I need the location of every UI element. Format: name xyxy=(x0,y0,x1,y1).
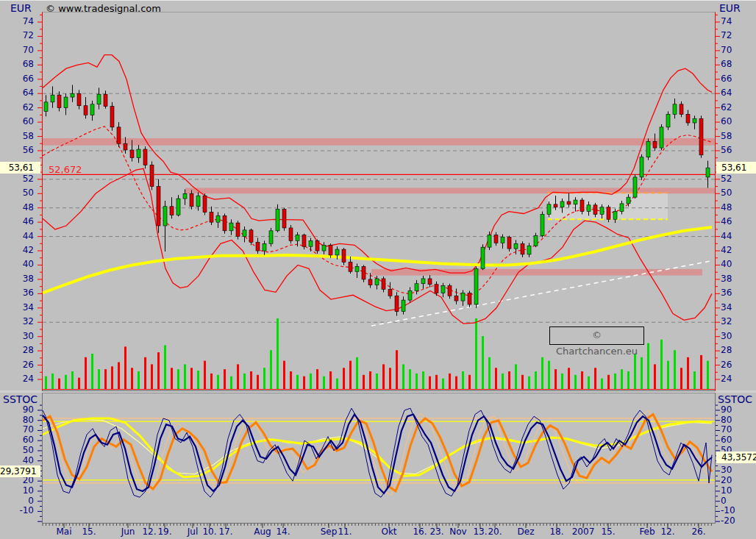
date-axis-label: Mai xyxy=(56,526,71,537)
price-axis-label: 68 xyxy=(721,59,732,69)
price-axis-title-left: EUR xyxy=(10,2,32,14)
sstoc-axis-label: 10 xyxy=(721,485,732,496)
price-axis-title-right: EUR xyxy=(719,2,741,14)
date-axis-label: 12. xyxy=(142,526,156,537)
price-axis-label: 36 xyxy=(0,288,34,298)
sstoc-axis-label: 90 xyxy=(0,404,34,415)
price-axis-label: 40 xyxy=(721,259,732,269)
price-axis-label: 34 xyxy=(721,302,732,313)
price-axis-label: 68 xyxy=(0,59,34,69)
price-axis-label: 60 xyxy=(0,116,34,126)
date-axis-label: Nov xyxy=(449,526,466,537)
date-axis-label: 14. xyxy=(276,526,290,537)
sstoc-axis-title-right: SSTOC xyxy=(718,393,752,405)
price-axis-label: 58 xyxy=(0,131,34,141)
price-axis-label: 30 xyxy=(0,331,34,341)
date-axis-label: Dez xyxy=(518,526,535,537)
price-axis-label: 52 xyxy=(721,174,732,184)
price-axis-label: 26 xyxy=(721,360,732,370)
price-axis-label: 36 xyxy=(721,288,732,298)
date-axis-label: Feb xyxy=(639,526,655,537)
sstoc-axis-label: 40 xyxy=(0,455,34,465)
price-axis-label: 62 xyxy=(721,102,732,113)
date-axis-label: Jul xyxy=(188,526,198,537)
price-axis-label: 48 xyxy=(0,202,34,213)
sstoc-value-label-right: 43,3572 xyxy=(716,451,756,463)
date-axis-label: 10. xyxy=(202,526,216,537)
price-axis-label: 40 xyxy=(0,259,34,269)
price-axis-label: 32 xyxy=(721,316,732,326)
date-axis-label: 23. xyxy=(429,526,443,537)
price-axis-label: 66 xyxy=(721,74,732,84)
price-axis-label: 56 xyxy=(721,145,732,155)
price-axis-label: 62 xyxy=(0,102,34,113)
price-axis-label: 64 xyxy=(0,88,34,98)
date-axis-label: 19. xyxy=(157,526,171,537)
sstoc-axis-label: 30 xyxy=(721,465,732,475)
price-axis-label: 58 xyxy=(721,131,732,141)
date-axis-label: 18. xyxy=(549,526,563,537)
price-axis-label: 42 xyxy=(721,245,732,255)
price-axis-label: 72 xyxy=(721,30,732,40)
date-axis-label: 2007 xyxy=(572,526,595,537)
date-axis-label: 17. xyxy=(218,526,232,537)
signal-price-label: 52,672 xyxy=(49,164,82,175)
price-axis-label: 38 xyxy=(0,274,34,284)
sstoc-axis-title-left: SSTOC xyxy=(3,393,38,405)
price-axis-label: 30 xyxy=(721,331,732,341)
sstoc-axis-label: 90 xyxy=(721,404,732,415)
price-axis-label: 46 xyxy=(721,216,732,226)
sstoc-axis-label: 0 xyxy=(0,496,34,506)
sstoc-axis-label: 80 xyxy=(721,415,732,425)
trading-chart-window: { "header": { "axis_currency": "EUR", "c… xyxy=(0,0,756,539)
date-axis-label: Okt xyxy=(381,526,396,537)
price-axis-label: 44 xyxy=(0,231,34,241)
price-axis-label: 24 xyxy=(0,374,34,384)
date-axis-label: 13. xyxy=(473,526,487,537)
price-axis-label: 74 xyxy=(0,16,34,26)
sstoc-axis-label: 50 xyxy=(0,445,34,455)
date-axis-label: 12. xyxy=(660,526,674,537)
sstoc-axis-label: 10 xyxy=(0,485,34,496)
sstoc-axis-label: 80 xyxy=(0,415,34,425)
price-axis-label: 70 xyxy=(721,45,732,55)
price-axis-label: 46 xyxy=(0,216,34,226)
date-axis-label: Aug xyxy=(254,526,271,537)
price-axis-label: 60 xyxy=(721,116,732,126)
date-axis-label: 15. xyxy=(601,526,615,537)
price-axis-label: 64 xyxy=(721,88,732,98)
price-axis-label: 74 xyxy=(721,16,732,26)
date-axis-label: 20. xyxy=(488,526,502,537)
sstoc-axis-label: 70 xyxy=(721,424,732,435)
chart-canvas[interactable] xyxy=(0,1,756,539)
sstoc-axis-label: -10 xyxy=(721,505,735,515)
date-axis-label: 11. xyxy=(338,526,352,537)
price-axis-label: 38 xyxy=(721,274,732,284)
price-axis-label: 56 xyxy=(0,145,34,155)
price-axis-label: 24 xyxy=(721,374,732,384)
last-price-label-right: 53,61 xyxy=(716,162,756,174)
sstoc-axis-label: -10 xyxy=(0,505,34,515)
sstoc-axis-label: -20 xyxy=(721,515,735,526)
sstoc-axis-label: 70 xyxy=(0,424,34,435)
sstoc-value-label-left: 29,3791 xyxy=(0,465,40,477)
date-axis-label: Sep xyxy=(321,526,338,537)
price-axis-label: 44 xyxy=(721,231,732,241)
date-axis-label: 15. xyxy=(82,526,96,537)
price-axis-label: 72 xyxy=(0,30,34,40)
price-axis-label: 50 xyxy=(721,188,732,198)
date-axis-label: Jun xyxy=(121,526,135,537)
price-axis-label: 28 xyxy=(721,345,732,355)
price-axis-label: 50 xyxy=(0,188,34,198)
sstoc-axis-label: 0 xyxy=(721,496,727,506)
chartchancen-branding-box: © Chartchancen.eu xyxy=(549,326,644,345)
price-axis-label: 48 xyxy=(721,202,732,213)
price-axis-label: 42 xyxy=(0,245,34,255)
price-axis-label: 70 xyxy=(0,45,34,55)
last-price-label-left: 53,61 xyxy=(0,162,40,174)
price-axis-label: 34 xyxy=(0,302,34,313)
date-axis-label: 16. xyxy=(413,526,427,537)
sstoc-axis-label: 60 xyxy=(721,435,732,445)
price-axis-label: 28 xyxy=(0,345,34,355)
sstoc-axis-label: 60 xyxy=(0,435,34,445)
